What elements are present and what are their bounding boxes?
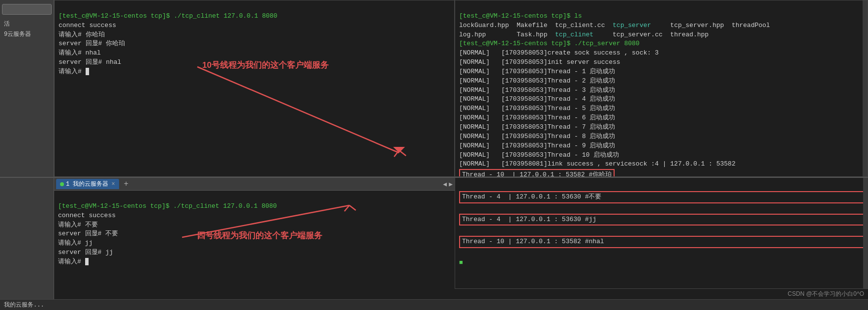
main-area: 活 9云服务器 [test_c@VM-12-15-centos tcp]$ ./… xyxy=(0,0,868,177)
sidebar: 活 9云服务器 xyxy=(0,0,54,177)
tab-nav-left-icon[interactable]: ◀ xyxy=(443,180,447,188)
sidebar-search-input[interactable] xyxy=(2,4,52,15)
tab-add-button[interactable]: + xyxy=(121,180,132,189)
bottom-annotation: 四号线程为我们的这个客户端服务 xyxy=(197,230,322,241)
bottom-area: 1 我的云服务器 × + ◀ ▶ [test_c@VM-12-15-centos… xyxy=(0,177,868,299)
tab-status-dot xyxy=(60,182,64,186)
thread10-highlight: Thread - 10 | 127.0.0.1 : 53582 #你哈珀 xyxy=(459,169,615,177)
bottom-left-term-wrapper: [test_c@VM-12-15-centos tcp]$ ./tcp_clin… xyxy=(54,191,455,299)
svg-line-2 xyxy=(394,150,399,157)
csdn-watermark: CSDN @不会学习的小白0^O xyxy=(455,288,868,299)
tab-nav-right-icon[interactable]: ▶ xyxy=(449,180,453,188)
bottom-right-terminal: Thread - 4 | 127.0.0.1 : 53630 #不要 Threa… xyxy=(455,178,868,299)
top-left-terminal-content: [test_c@VM-12-15-centos tcp]$ ./tcp_clin… xyxy=(55,0,454,88)
thread10-highlight-2: Thread - 10 | 127.0.0.1 : 53582 #nhal xyxy=(459,236,864,248)
right-scrollbar[interactable] xyxy=(863,0,868,176)
thread4-highlight-1: Thread - 4 | 127.0.0.1 : 53630 #不要 xyxy=(459,191,864,203)
top-right-terminal: [test_c@VM-12-15-centos tcp]$ ls lockGua… xyxy=(455,0,868,177)
tab-label: 1 我的云服务器 xyxy=(66,180,108,188)
top-left-terminal: [test_c@VM-12-15-centos tcp]$ ./tcp_clin… xyxy=(54,0,455,177)
bottom-sidebar xyxy=(0,178,54,299)
tab-server[interactable]: 1 我的云服务器 × xyxy=(56,179,119,189)
top-annotation: 10号线程为我们的这个客户端服务 xyxy=(202,59,329,71)
footer-label: 我的云服务... xyxy=(4,301,44,309)
tab-nav-arrows: ◀ ▶ xyxy=(443,180,453,188)
svg-marker-1 xyxy=(393,147,405,153)
top-right-terminal-content: [test_c@VM-12-15-centos tcp]$ ls lockGua… xyxy=(455,0,868,177)
tab-bar: 1 我的云服务器 × + ◀ ▶ xyxy=(54,178,455,191)
thread4-highlight-2: Thread - 4 | 127.0.0.1 : 53630 #jj xyxy=(459,214,864,226)
bottom-right-scrollbar[interactable] xyxy=(863,178,868,299)
tab-close-button[interactable]: × xyxy=(111,181,115,188)
sidebar-label-2: 9云服务器 xyxy=(2,29,52,39)
bottom-right-term-content: Thread - 4 | 127.0.0.1 : 53630 #不要 Threa… xyxy=(455,178,868,279)
footer-bar: 我的云服务... xyxy=(0,299,868,310)
bottom-left-terminal: 1 我的云服务器 × + ◀ ▶ [test_c@VM-12-15-centos… xyxy=(54,178,455,299)
svg-line-3 xyxy=(399,150,406,156)
sidebar-label-1: 活 xyxy=(2,19,52,29)
bottom-cursor: ■ xyxy=(459,259,463,266)
